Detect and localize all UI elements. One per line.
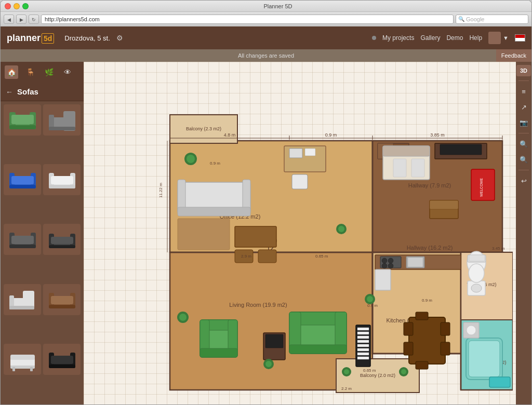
svg-text:Living Room (19.9 m2): Living Room (19.9 m2) (229, 302, 287, 308)
svg-rect-79 (289, 148, 302, 158)
plant-tool[interactable]: 🌿 (42, 65, 56, 79)
canvas-area[interactable]: Office (12.2 m2) Hallway (7.9 m2) Hallwa… (84, 62, 516, 404)
app-header: planner 5d Drozdova, 5 st. ⚙ My projects… (1, 26, 531, 49)
svg-rect-23 (9, 245, 36, 248)
svg-text:0.65 m: 0.65 m (315, 254, 328, 259)
url-text: http://planners5d.com (45, 16, 100, 22)
svg-rect-99 (411, 159, 424, 177)
svg-rect-86 (235, 226, 276, 247)
svg-rect-110 (200, 348, 237, 357)
svg-rect-28 (49, 245, 75, 248)
svg-point-123 (367, 296, 373, 302)
settings-icon[interactable]: ⚙ (116, 34, 123, 42)
sofa-green[interactable] (4, 104, 41, 136)
app-container: planner 5d Drozdova, 5 st. ⚙ My projects… (1, 26, 531, 404)
sofa-white-bench[interactable] (4, 344, 41, 375)
help-link[interactable]: Help (469, 34, 482, 42)
chair-tool[interactable]: 🪑 (23, 65, 37, 79)
camera-button[interactable]: 📷 (517, 116, 530, 129)
svg-point-158 (469, 264, 484, 282)
svg-rect-93 (178, 219, 230, 250)
svg-rect-101 (440, 144, 482, 155)
svg-rect-14 (11, 176, 34, 184)
my-projects-link[interactable]: My projects (382, 34, 414, 42)
svg-rect-147 (408, 258, 423, 267)
status-dot (372, 36, 376, 40)
svg-rect-134 (404, 322, 413, 335)
sofa-white[interactable] (43, 164, 81, 195)
refresh-button[interactable]: ↻ (29, 15, 39, 24)
browser-toolbar: ◀ ▶ ↻ http://planners5d.com 🔍 Google (1, 12, 531, 26)
svg-text:3.45 m: 3.45 m (492, 246, 505, 251)
back-arrow-icon[interactable]: ← (6, 88, 13, 96)
svg-rect-98 (393, 159, 406, 177)
maximize-button[interactable] (22, 3, 29, 9)
divider-1 (518, 80, 529, 81)
sofa-brown[interactable] (43, 284, 81, 315)
svg-point-156 (467, 326, 476, 335)
svg-point-143 (388, 258, 393, 263)
sofa-gray-l[interactable] (43, 104, 81, 136)
svg-rect-97 (383, 146, 430, 156)
svg-rect-81 (292, 174, 308, 189)
left-panel: 🏠 🪑 🌿 👁 ← Sofas (1, 62, 84, 404)
svg-rect-132 (357, 357, 369, 359)
svg-point-144 (382, 263, 387, 268)
sofa-darkgray-1[interactable] (4, 224, 41, 255)
forward-button[interactable]: ▶ (16, 15, 26, 24)
search-placeholder: Google (466, 16, 484, 22)
demo-link[interactable]: Demo (446, 34, 463, 42)
sofa-blue[interactable] (4, 164, 41, 195)
svg-rect-44 (30, 367, 33, 371)
svg-rect-148 (375, 269, 391, 290)
home-tool[interactable]: 🏠 (5, 65, 18, 79)
avatar-chevron[interactable]: ▼ (503, 35, 509, 41)
svg-point-121 (265, 361, 272, 367)
user-avatar[interactable] (488, 32, 501, 44)
feedback-button[interactable]: Feedback (496, 49, 531, 62)
svg-rect-135 (404, 342, 413, 355)
category-header: ← Sofas (1, 83, 84, 101)
svg-rect-117 (265, 334, 283, 348)
url-bar[interactable]: http://planners5d.com (41, 15, 454, 24)
svg-rect-139 (416, 361, 428, 369)
svg-text:0.9 m: 0.9 m (325, 132, 337, 138)
svg-point-119 (179, 314, 187, 321)
svg-text:4.8 m: 4.8 m (224, 132, 236, 138)
svg-text:0.9 m: 0.9 m (210, 161, 220, 166)
close-button[interactable] (5, 3, 11, 9)
svg-text:Balcony (2.0 m2): Balcony (2.0 m2) (360, 373, 395, 378)
svg-rect-41 (10, 355, 35, 360)
search-icon: 🔍 (458, 16, 464, 22)
svg-rect-138 (416, 312, 428, 320)
window-buttons (5, 3, 29, 9)
undo-button[interactable]: ↩ (517, 174, 530, 187)
svg-rect-9 (63, 127, 75, 130)
minimize-button[interactable] (14, 3, 20, 9)
sofa-white-l[interactable] (4, 284, 41, 315)
svg-text:2.2 m: 2.2 m (341, 386, 352, 391)
svg-text:0.9 m: 0.9 m (367, 303, 378, 308)
main-content: 🏠 🪑 🌿 👁 ← Sofas (1, 62, 531, 404)
sofa-black[interactable] (43, 344, 81, 375)
left-toolbar: 🏠 🪑 🌿 👁 (1, 62, 84, 83)
furniture-grid (1, 101, 84, 404)
gallery-link[interactable]: Gallery (420, 34, 440, 42)
list-view-button[interactable]: ≡ (517, 85, 530, 98)
svg-rect-136 (441, 322, 450, 335)
sofa-darkgray-2[interactable] (43, 224, 81, 255)
svg-rect-133 (409, 317, 445, 364)
svg-rect-19 (51, 176, 73, 184)
zoom-out-button[interactable]: 🔍 (517, 153, 530, 166)
divider-2 (518, 133, 529, 133)
eye-tool[interactable]: 👁 (61, 65, 74, 79)
svg-rect-150 (469, 341, 500, 377)
share-button[interactable]: ↗ (517, 101, 530, 113)
back-button[interactable]: ◀ (4, 15, 14, 24)
view-3d-button[interactable]: 3D (516, 65, 531, 76)
zoom-in-button[interactable]: 🔍 (517, 138, 530, 150)
search-bar[interactable]: 🔍 Google (456, 15, 528, 24)
svg-rect-159 (469, 255, 485, 261)
svg-point-145 (388, 263, 393, 268)
language-flag[interactable] (515, 34, 525, 42)
